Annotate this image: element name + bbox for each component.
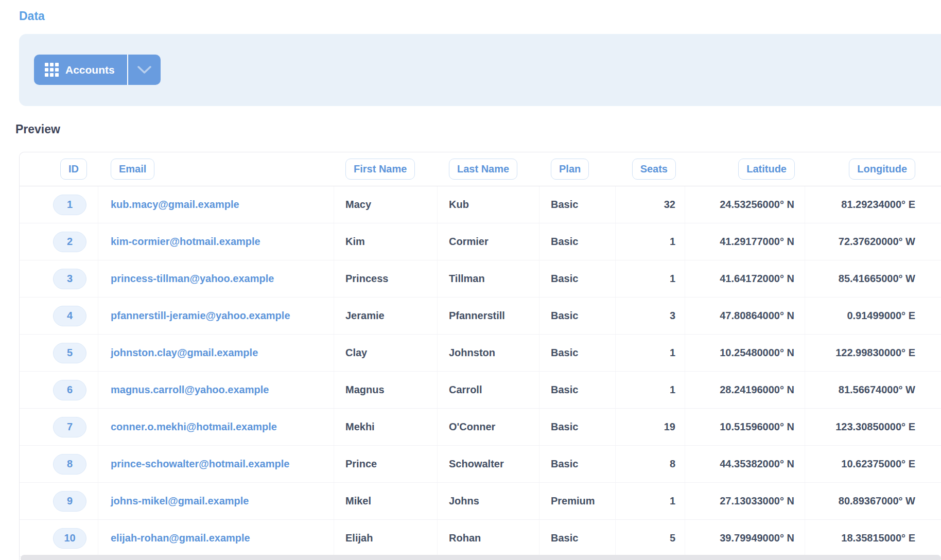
column-header-seats[interactable]: Seats <box>632 159 676 180</box>
column-header-first-name[interactable]: First Name <box>345 159 415 180</box>
seats-cell: 1 <box>670 236 675 248</box>
data-source-panel: Accounts <box>19 34 941 106</box>
seats-cell: 32 <box>664 199 675 211</box>
plan-cell: Basic <box>551 532 578 544</box>
chevron-down-icon <box>137 66 151 74</box>
latitude-cell: 41.29177000° N <box>720 236 794 248</box>
plan-cell: Basic <box>551 421 578 433</box>
email-link[interactable]: pfannerstill-jeramie@yahoo.example <box>111 310 290 322</box>
row-id-badge: 2 <box>53 232 86 252</box>
header-cell: Last Name <box>438 152 539 186</box>
table-body: 1 kub.macy@gmail.example Macy Kub Basic … <box>20 186 941 557</box>
plan-cell: Basic <box>551 273 578 285</box>
table-row: 2 kim-cormier@hotmail.example Kim Cormie… <box>20 223 941 260</box>
row-id-badge: 6 <box>53 380 86 400</box>
email-link[interactable]: princess-tillman@yahoo.example <box>111 273 274 285</box>
first-name-cell: Princess <box>345 273 388 285</box>
longitude-cell: 81.56674000° W <box>839 384 915 396</box>
first-name-cell: Mikel <box>345 495 371 507</box>
column-header-last-name[interactable]: Last Name <box>449 159 517 180</box>
table-selector-dropdown-button[interactable] <box>127 55 161 85</box>
column-header-email[interactable]: Email <box>111 159 154 180</box>
longitude-cell: 122.99830000° E <box>835 347 915 359</box>
plan-cell: Basic <box>551 310 578 322</box>
data-section-heading: Data <box>19 9 45 23</box>
last-name-cell: Johnston <box>449 347 495 359</box>
first-name-cell: Magnus <box>345 384 385 396</box>
last-name-cell: Kub <box>449 199 469 211</box>
plan-cell: Basic <box>551 236 578 248</box>
column-header-latitude[interactable]: Latitude <box>738 159 795 180</box>
last-name-cell: Tillman <box>449 273 485 285</box>
seats-cell: 3 <box>670 310 675 322</box>
latitude-cell: 10.51596000° N <box>720 421 794 433</box>
email-link[interactable]: johnston.clay@gmail.example <box>111 347 258 359</box>
header-cell: Plan <box>539 152 616 186</box>
table-row: 10 elijah-rohan@gmail.example Elijah Roh… <box>20 520 941 557</box>
latitude-cell: 24.53256000° N <box>720 199 794 211</box>
row-id-badge: 9 <box>53 491 86 512</box>
plan-cell: Basic <box>551 347 578 359</box>
header-cell: Longitude <box>805 152 941 186</box>
header-cell: Latitude <box>685 152 805 186</box>
email-link[interactable]: prince-schowalter@hotmail.example <box>111 458 289 470</box>
data-preview-page: Data Accounts Preview IDEmailFirst NameL… <box>0 0 941 560</box>
plan-cell: Basic <box>551 458 578 470</box>
last-name-cell: Pfannerstill <box>449 310 505 322</box>
email-link[interactable]: johns-mikel@gmail.example <box>111 495 249 507</box>
email-link[interactable]: magnus.carroll@yahoo.example <box>111 384 269 396</box>
table-grid-icon <box>45 63 59 77</box>
row-id-badge: 10 <box>53 528 86 549</box>
row-id-badge: 8 <box>53 454 86 475</box>
email-link[interactable]: elijah-rohan@gmail.example <box>111 532 250 544</box>
longitude-cell: 81.29234000° E <box>841 199 915 211</box>
column-header-plan[interactable]: Plan <box>551 159 589 180</box>
latitude-cell: 28.24196000° N <box>720 384 794 396</box>
row-id-badge: 3 <box>53 269 86 289</box>
table-header-row: IDEmailFirst NameLast NamePlanSeatsLatit… <box>20 152 941 186</box>
last-name-cell: Johns <box>449 495 479 507</box>
table-row: 9 johns-mikel@gmail.example Mikel Johns … <box>20 483 941 520</box>
accounts-table-button-label: Accounts <box>65 64 115 76</box>
header-cell: Seats <box>616 152 685 186</box>
email-link[interactable]: kim-cormier@hotmail.example <box>111 236 260 248</box>
latitude-cell: 41.64172000° N <box>720 273 794 285</box>
longitude-cell: 123.30850000° E <box>835 421 915 433</box>
longitude-cell: 80.89367000° W <box>839 495 915 507</box>
row-id-badge: 7 <box>53 417 86 437</box>
email-link[interactable]: conner.o.mekhi@hotmail.example <box>111 421 277 433</box>
table-row: 3 princess-tillman@yahoo.example Princes… <box>20 260 941 297</box>
first-name-cell: Mekhi <box>345 421 375 433</box>
plan-cell: Basic <box>551 384 578 396</box>
seats-cell: 8 <box>670 458 675 470</box>
table-row: 8 prince-schowalter@hotmail.example Prin… <box>20 446 941 483</box>
table-row: 6 magnus.carroll@yahoo.example Magnus Ca… <box>20 372 941 409</box>
last-name-cell: O'Conner <box>449 421 495 433</box>
longitude-cell: 85.41665000° W <box>839 273 915 285</box>
header-cell: ID <box>20 152 98 186</box>
email-link[interactable]: kub.macy@gmail.example <box>111 199 239 211</box>
longitude-cell: 18.35815000° E <box>841 532 915 544</box>
latitude-cell: 10.25480000° N <box>720 347 794 359</box>
table-selector-split-button: Accounts <box>34 55 161 85</box>
longitude-cell: 72.37620000° W <box>839 236 915 248</box>
longitude-cell: 10.62375000° E <box>841 458 915 470</box>
row-id-badge: 5 <box>53 343 86 363</box>
plan-cell: Premium <box>551 495 595 507</box>
header-cell: First Name <box>334 152 438 186</box>
latitude-cell: 44.35382000° N <box>720 458 794 470</box>
column-header-id[interactable]: ID <box>60 159 87 180</box>
first-name-cell: Elijah <box>345 532 373 544</box>
table-row: 7 conner.o.mekhi@hotmail.example Mekhi O… <box>20 409 941 446</box>
preview-section-heading: Preview <box>15 122 60 136</box>
plan-cell: Basic <box>551 199 578 211</box>
table-row: 1 kub.macy@gmail.example Macy Kub Basic … <box>20 186 941 223</box>
last-name-cell: Schowalter <box>449 458 504 470</box>
accounts-table-button[interactable]: Accounts <box>34 55 127 85</box>
horizontal-scrollbar[interactable] <box>21 555 941 560</box>
column-header-longitude[interactable]: Longitude <box>849 159 915 180</box>
table-row: 5 johnston.clay@gmail.example Clay Johns… <box>20 335 941 372</box>
longitude-cell: 0.91499000° E <box>847 310 915 322</box>
row-id-badge: 4 <box>53 306 86 326</box>
latitude-cell: 39.79949000° N <box>720 532 794 544</box>
